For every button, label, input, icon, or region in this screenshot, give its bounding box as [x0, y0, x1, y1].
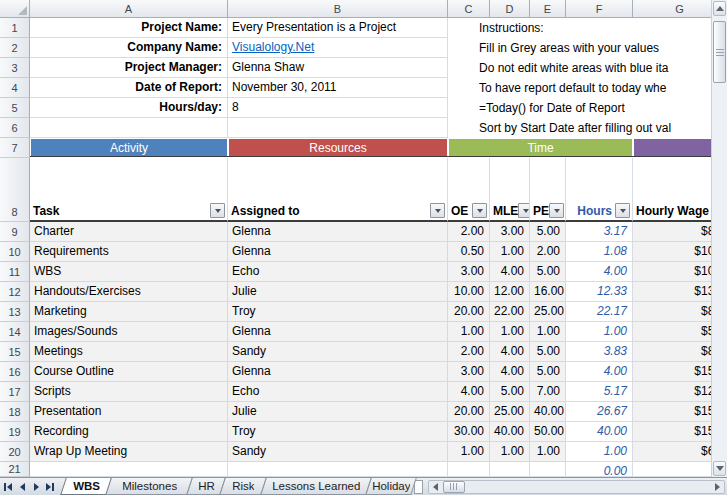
- horizontal-scroll-track[interactable]: [442, 481, 711, 493]
- row-header-18[interactable]: 18: [0, 402, 30, 422]
- header-assigned-to[interactable]: Assigned to: [228, 158, 448, 222]
- cell-task[interactable]: Charter: [30, 222, 228, 242]
- cell-task[interactable]: Scripts: [30, 382, 228, 402]
- cell-mle[interactable]: 22.00: [490, 302, 530, 322]
- cell-task[interactable]: Handouts/Exercises: [30, 282, 228, 302]
- first-sheet-button[interactable]: [2, 480, 14, 494]
- prev-sheet-button[interactable]: [16, 480, 28, 494]
- filter-dropdown-icon[interactable]: [549, 203, 564, 218]
- cell-pe[interactable]: 16.00: [530, 282, 566, 302]
- column-header-e[interactable]: E: [530, 0, 566, 18]
- cell-mle[interactable]: 4.00: [490, 342, 530, 362]
- header-hours[interactable]: Hours: [566, 158, 633, 222]
- sheet-tab-risk[interactable]: Risk: [219, 478, 267, 495]
- empty-cell[interactable]: [30, 118, 228, 138]
- row-header-16[interactable]: 16: [0, 362, 30, 382]
- row-header-2[interactable]: 2: [0, 38, 30, 58]
- row-header-1[interactable]: 1: [0, 18, 30, 38]
- row-header-9[interactable]: 9: [0, 222, 30, 242]
- cell-oe[interactable]: 3.00: [448, 262, 490, 282]
- cell-hours[interactable]: 1.00: [566, 442, 633, 462]
- info-label-project-manager[interactable]: Project Manager:: [30, 58, 228, 78]
- cell-oe[interactable]: 10.00: [448, 282, 490, 302]
- cell-mle[interactable]: 40.00: [490, 422, 530, 442]
- cell-mle[interactable]: 1.00: [490, 322, 530, 342]
- cell-hours[interactable]: 3.83: [566, 342, 633, 362]
- cell-pe[interactable]: [530, 462, 566, 477]
- cell-oe[interactable]: 4.00: [448, 382, 490, 402]
- row-header-5[interactable]: 5: [0, 98, 30, 118]
- cell-assigned-to[interactable]: Glenna: [228, 322, 448, 342]
- cell-assigned-to[interactable]: Sandy: [228, 442, 448, 462]
- empty-cell[interactable]: [228, 118, 448, 138]
- header-task[interactable]: Task: [30, 158, 228, 222]
- vertical-scrollbar[interactable]: [711, 0, 727, 477]
- cell-pe[interactable]: 50.00: [530, 422, 566, 442]
- cell-hours[interactable]: 5.17: [566, 382, 633, 402]
- cell-mle[interactable]: 12.00: [490, 282, 530, 302]
- row-header-15[interactable]: 15: [0, 342, 30, 362]
- filter-dropdown-icon[interactable]: [210, 203, 225, 218]
- cell-hours[interactable]: 26.67: [566, 402, 633, 422]
- vertical-scroll-track[interactable]: [713, 17, 726, 460]
- row-header-7[interactable]: 7: [0, 138, 30, 158]
- cell-task[interactable]: Requirements: [30, 242, 228, 262]
- cell-mle[interactable]: 3.00: [490, 222, 530, 242]
- cell-task[interactable]: Course Outline: [30, 362, 228, 382]
- cell-mle[interactable]: 4.00: [490, 262, 530, 282]
- row-header-12[interactable]: 12: [0, 282, 30, 302]
- cell-oe[interactable]: 20.00: [448, 302, 490, 322]
- cell-oe[interactable]: 30.00: [448, 422, 490, 442]
- cell-task[interactable]: WBS: [30, 262, 228, 282]
- cell-assigned-to[interactable]: Echo: [228, 262, 448, 282]
- sheet-tab-milestones[interactable]: Milestones: [105, 478, 193, 495]
- cell-assigned-to[interactable]: Sandy: [228, 342, 448, 362]
- info-label-project-name[interactable]: Project Name:: [30, 18, 228, 38]
- info-label-company-name[interactable]: Company Name:: [30, 38, 228, 58]
- next-sheet-button[interactable]: [30, 480, 42, 494]
- cell-pe[interactable]: 5.00: [530, 342, 566, 362]
- row-header-14[interactable]: 14: [0, 322, 30, 342]
- cell-hours[interactable]: 1.08: [566, 242, 633, 262]
- horizontal-scrollbar[interactable]: [428, 480, 725, 494]
- cell-hours[interactable]: 40.00: [566, 422, 633, 442]
- row-header-21[interactable]: 21: [0, 462, 30, 477]
- cell-oe[interactable]: 3.00: [448, 362, 490, 382]
- row-header-19[interactable]: 19: [0, 422, 30, 442]
- sheet-tab-holiday[interactable]: Holiday: [365, 478, 417, 495]
- cell-task[interactable]: Meetings: [30, 342, 228, 362]
- cell-assigned-to[interactable]: Julie: [228, 282, 448, 302]
- cell-assigned-to[interactable]: Glenna: [228, 222, 448, 242]
- select-all-button[interactable]: [0, 0, 30, 18]
- filter-dropdown-icon[interactable]: [430, 203, 445, 218]
- cell-oe[interactable]: 1.00: [448, 322, 490, 342]
- cell-mle[interactable]: 4.00: [490, 362, 530, 382]
- column-header-b[interactable]: B: [228, 0, 448, 18]
- cell-mle[interactable]: 1.00: [490, 242, 530, 262]
- scroll-right-button[interactable]: [711, 481, 724, 493]
- cell-pe[interactable]: 1.00: [530, 322, 566, 342]
- info-value-hours-per-day[interactable]: 8: [228, 98, 448, 118]
- cell-hours[interactable]: 0.00: [566, 462, 633, 477]
- cell-assigned-to[interactable]: [228, 462, 448, 477]
- cell-assigned-to[interactable]: Glenna: [228, 242, 448, 262]
- cell-pe[interactable]: 2.00: [530, 242, 566, 262]
- company-link[interactable]: Visualology.Net: [228, 38, 448, 58]
- filter-dropdown-icon[interactable]: [518, 203, 530, 218]
- cell-oe[interactable]: [448, 462, 490, 477]
- column-header-f[interactable]: F: [566, 0, 633, 18]
- scroll-up-button[interactable]: [713, 1, 726, 16]
- cell-mle[interactable]: 25.00: [490, 402, 530, 422]
- row-header-8[interactable]: 8: [0, 158, 30, 222]
- cell-task[interactable]: [30, 462, 228, 477]
- cell-oe[interactable]: 2.00: [448, 222, 490, 242]
- info-label-date-of-report[interactable]: Date of Report:: [30, 78, 228, 98]
- row-header-11[interactable]: 11: [0, 262, 30, 282]
- cell-assigned-to[interactable]: Echo: [228, 382, 448, 402]
- row-header-10[interactable]: 10: [0, 242, 30, 262]
- cell-assigned-to[interactable]: Julie: [228, 402, 448, 422]
- cell-pe[interactable]: 40.00: [530, 402, 566, 422]
- cell-hours[interactable]: 4.00: [566, 362, 633, 382]
- cell-hours[interactable]: 22.17: [566, 302, 633, 322]
- vertical-scroll-thumb[interactable]: [713, 21, 726, 83]
